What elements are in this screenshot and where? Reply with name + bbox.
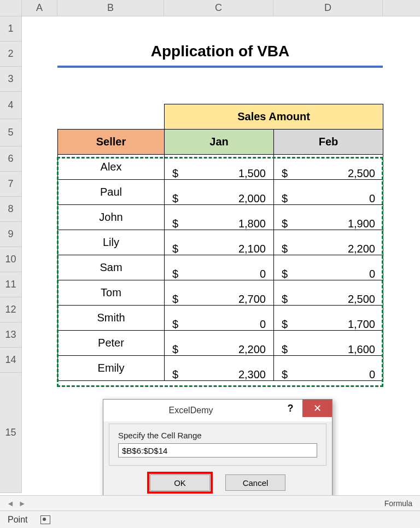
seller-cell[interactable]: Lily [58,230,165,255]
cell-range-input[interactable] [118,443,317,457]
jan-cell[interactable]: $2,200 [165,331,274,356]
row-header-1[interactable]: 1 [0,16,22,42]
jan-cell[interactable]: $2,000 [165,180,274,205]
row-header-9[interactable]: 9 [0,222,22,247]
seller-cell[interactable]: Paul [58,180,165,205]
dialog-help-button[interactable]: ? [278,400,302,417]
amount-value: 2,500 [348,293,375,306]
amount-value: 0 [369,368,375,381]
header-feb[interactable]: Feb [274,130,383,155]
row-header-11[interactable]: 11 [0,272,22,297]
feb-cell[interactable]: $2,200 [274,230,383,255]
row-header-2[interactable]: 2 [0,42,22,67]
currency-symbol: $ [172,192,178,205]
feb-cell[interactable]: $1,700 [274,306,383,331]
currency-symbol: $ [282,368,288,381]
feb-cell[interactable]: $0 [274,255,383,280]
amount-value: 2,500 [348,167,375,180]
row-header-10[interactable]: 10 [0,247,22,272]
col-header-B[interactable]: B [57,0,164,16]
row-header-column: 123456789101112131415 [0,16,22,493]
sheet-tab[interactable]: Formula [384,499,420,508]
seller-cell[interactable]: Alex [58,155,165,180]
currency-symbol: $ [282,268,288,280]
amount-value: 2,200 [348,243,375,255]
row-header-3[interactable]: 3 [0,67,22,92]
currency-symbol: $ [172,243,178,255]
jan-cell[interactable]: $2,700 [165,280,274,306]
feb-cell[interactable]: $2,500 [274,155,383,180]
header-sales-amount[interactable]: Sales Amount [165,104,383,130]
title-underline [57,66,383,68]
data-table: Sales Amount Seller Jan Feb Alex$1,500$2… [57,104,383,381]
row-header-4[interactable]: 4 [0,92,22,119]
table-row: Sam$0$0 [58,255,383,280]
seller-cell[interactable]: Emily [58,356,165,381]
ok-button[interactable]: OK [150,474,210,491]
row-header-12[interactable]: 12 [0,297,22,322]
row-header-15[interactable]: 15 [0,373,22,493]
table-row: Peter$2,200$1,600 [58,331,383,356]
feb-cell[interactable]: $0 [274,356,383,381]
jan-cell[interactable]: $2,100 [165,230,274,255]
row-header-13[interactable]: 13 [0,322,22,348]
feb-cell[interactable]: $1,600 [274,331,383,356]
sheet-nav-prev-icon[interactable]: ◄ [7,499,14,508]
currency-symbol: $ [172,268,178,280]
currency-symbol: $ [282,343,288,356]
jan-cell[interactable]: $0 [165,255,274,280]
jan-cell[interactable]: $0 [165,306,274,331]
amount-value: 2,000 [238,192,266,205]
feb-cell[interactable]: $0 [274,180,383,205]
seller-cell[interactable]: Peter [58,331,165,356]
currency-symbol: $ [282,192,288,205]
row-header-6[interactable]: 6 [0,146,22,172]
row-header-8[interactable]: 8 [0,197,22,222]
jan-cell[interactable]: $2,300 [165,356,274,381]
amount-value: 1,800 [238,218,266,230]
seller-cell[interactable]: Smith [58,306,165,331]
row-header-14[interactable]: 14 [0,348,22,373]
feb-cell[interactable]: $2,500 [274,280,383,306]
amount-value: 0 [260,318,266,331]
currency-symbol: $ [282,218,288,230]
jan-cell[interactable]: $1,800 [165,205,274,230]
table-row: Emily$2,300$0 [58,356,383,381]
select-all-corner[interactable] [0,0,22,16]
col-header-C[interactable]: C [164,0,273,16]
dialog-close-button[interactable]: ✕ [302,400,332,417]
col-header-D[interactable]: D [273,0,383,16]
dialog-titlebar[interactable]: ExcelDemy ? ✕ [103,400,332,421]
status-bar: Point [0,511,420,528]
seller-cell[interactable]: Sam [58,255,165,280]
amount-value: 1,700 [348,318,375,331]
table-row: Lily$2,100$2,200 [58,230,383,255]
amount-value: 0 [369,192,375,205]
table-row: Tom$2,700$2,500 [58,280,383,306]
header-seller[interactable]: Seller [58,130,165,155]
currency-symbol: $ [282,167,288,180]
seller-cell[interactable]: Tom [58,280,165,306]
row-header-5[interactable]: 5 [0,119,22,146]
row-header-7[interactable]: 7 [0,172,22,197]
table-row: Smith$0$1,700 [58,306,383,331]
header-row-1: Sales Amount [58,104,383,130]
sheet-tab-bar: ◄ ► Formula [0,495,420,511]
amount-value: 1,600 [348,343,375,356]
amount-value: 2,300 [238,368,266,381]
feb-cell[interactable]: $1,900 [274,205,383,230]
dialog-label: Specify the Cell Range [118,431,317,440]
sheet-nav-buttons[interactable]: ◄ ► [0,499,33,508]
currency-symbol: $ [282,318,288,331]
header-row-2: Seller Jan Feb [58,130,383,155]
macro-record-icon[interactable] [40,515,50,524]
spreadsheet: A B C D 123456789101112131415 Applicatio… [0,0,420,16]
dialog-title: ExcelDemy [103,406,278,415]
cancel-button[interactable]: Cancel [225,474,285,491]
seller-cell[interactable]: John [58,205,165,230]
col-header-A[interactable]: A [22,0,57,16]
sheet-nav-next-icon[interactable]: ► [19,499,26,508]
page-title: Application of VBA [57,43,383,60]
jan-cell[interactable]: $1,500 [165,155,274,180]
header-jan[interactable]: Jan [165,130,274,155]
